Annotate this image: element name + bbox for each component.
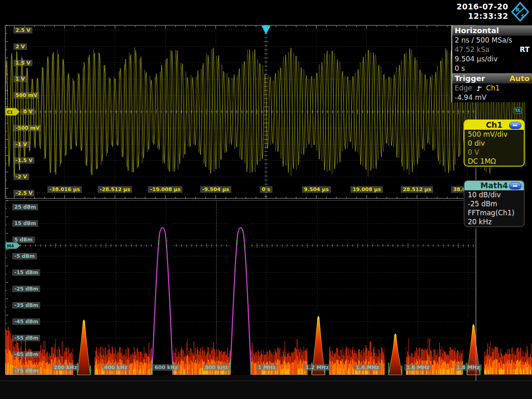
date-value: 2016-07-20 (456, 2, 508, 11)
trigger-position-marker[interactable] (261, 26, 271, 34)
ch1-dialog-header[interactable]: Ch1 (464, 120, 524, 130)
math4-position-value: -25 dBm (464, 199, 524, 208)
math4-expression-value: FFTmag(Ch1) (464, 208, 524, 217)
trigger-annotation-badge[interactable]: TA (514, 108, 522, 114)
horizontal-resolution-value: 2 ns / 500 MSa/s (455, 36, 512, 45)
trigger-type-value: Edge (455, 83, 472, 93)
ch1-coupling-value: DC 1MΩ (464, 157, 524, 166)
svg-text:S: S (521, 13, 525, 19)
ch1-minimize-button[interactable] (509, 122, 521, 129)
horizontal-position-value: 0 s (455, 64, 465, 73)
svg-text:R: R (516, 7, 520, 13)
horizontal-panel-header[interactable]: Horizontal (452, 25, 532, 36)
horizontal-position-row: 0 s (452, 64, 532, 73)
math4-rbw-value: 20 kHz (464, 217, 524, 226)
trigger-level-row: -4.94 mV (452, 93, 532, 102)
trigger-panel-title: Trigger (455, 74, 485, 83)
ch1-position-value: 0 div (464, 139, 524, 148)
trigger-panel-header[interactable]: Trigger Auto (452, 73, 532, 83)
horizontal-panel-title: Horizontal (455, 26, 499, 35)
time-value: 12:33:32 (456, 11, 508, 21)
ch1-offset-value: 0 V (464, 148, 524, 157)
math4-reference-marker-label: M4 (7, 244, 14, 248)
bottom-margin (0, 375, 532, 399)
ch1-ground-marker-label: C1 (7, 110, 13, 115)
math4-scale-value: 10 dB/div (464, 190, 524, 199)
math4-dialog[interactable]: Math4 10 dB/div -25 dBm FFTmag(Ch1) 20 k… (464, 180, 525, 227)
trigger-source-value: Ch1 (486, 83, 500, 93)
rising-edge-icon (476, 85, 483, 92)
ch1-dialog[interactable]: Ch1 500 mV/div 0 div 0 V DC 1MΩ (464, 119, 525, 167)
horizontal-resolution-row: 2 ns / 500 MSa/s (452, 36, 532, 45)
horizontal-timebase-row: 9.504 µs/div (452, 54, 532, 64)
oscilloscope-screen: C1M4 2.5 V2 V1.5 V1 V500 mV0 V-500 mV-1 … (0, 0, 532, 399)
trigger-mode-badge: Auto (509, 74, 530, 83)
horizontal-timebase-value: 9.504 µs/div (455, 54, 498, 64)
horizontal-record-length: 47.52 kSa (455, 45, 489, 54)
math4-dialog-title: Math4 (480, 181, 508, 190)
trigger-type-row: Edge Ch1 (452, 83, 532, 93)
horizontal-record-row: 47.52 kSa RT (452, 45, 532, 54)
math4-minimize-button[interactable] (509, 183, 521, 189)
ch1-scale-value: 500 mV/div (464, 130, 524, 139)
datetime-display: 2016-07-20 12:33:32 (456, 2, 508, 21)
horizontal-trigger-panel[interactable]: Horizontal 2 ns / 500 MSa/s 47.52 kSa RT… (451, 25, 532, 102)
ch1-dialog-title: Ch1 (486, 120, 503, 129)
trigger-level-value: -4.94 mV (455, 93, 487, 102)
bottom-frame-line (0, 381, 532, 381)
rohde-schwarz-logo-icon: R S (511, 2, 530, 21)
math4-dialog-header[interactable]: Math4 (464, 181, 524, 190)
acquisition-mode-badge: RT (520, 45, 530, 54)
